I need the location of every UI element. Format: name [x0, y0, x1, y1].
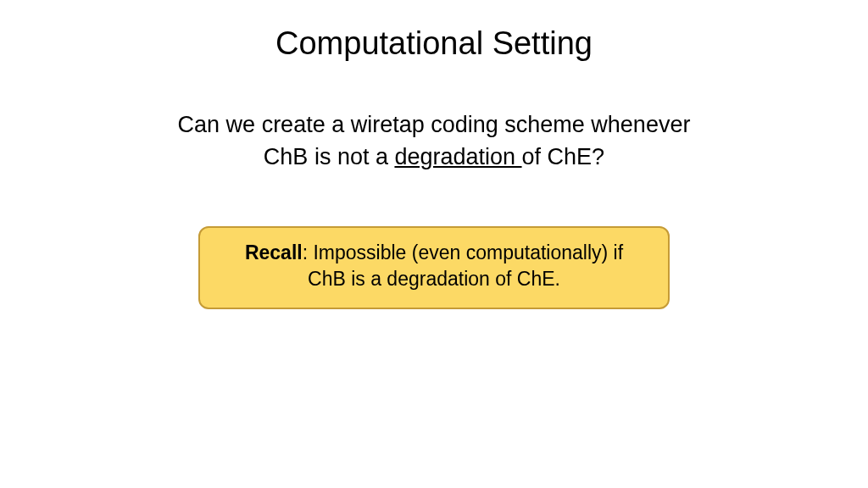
recall-callout: Recall: Impossible (even computationally…: [198, 226, 670, 309]
question-degradation-underlined: degradation: [394, 144, 521, 169]
slide-container: Computational Setting Can we create a wi…: [0, 0, 868, 488]
recall-label: Recall: [245, 241, 303, 263]
question-line2-post: of ChE?: [522, 144, 605, 169]
question-line2-pre: ChB is not a: [264, 144, 395, 169]
recall-line2: ChB is a degradation of ChE.: [308, 268, 560, 290]
question-line1: Can we create a wiretap coding scheme wh…: [178, 112, 691, 137]
slide-title: Computational Setting: [0, 25, 868, 62]
recall-line1-rest: : Impossible (even computationally) if: [303, 241, 623, 263]
question-text: Can we create a wiretap coding scheme wh…: [0, 109, 868, 174]
